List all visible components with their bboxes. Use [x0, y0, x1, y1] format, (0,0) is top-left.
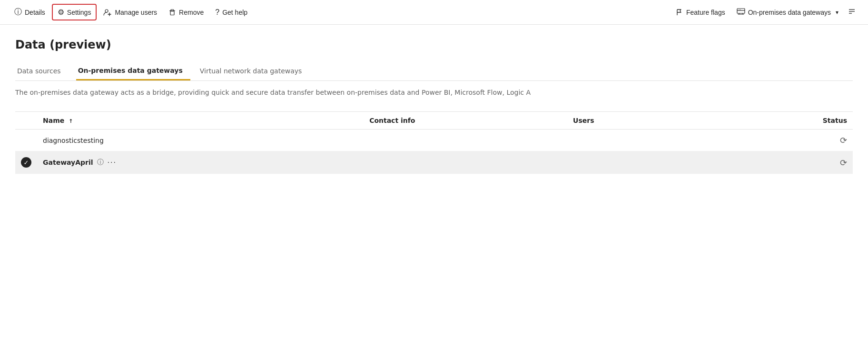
details-label: Details — [25, 9, 45, 16]
row2-status-cell: ⟳ — [730, 151, 853, 174]
details-button[interactable]: ⓘ Details — [10, 4, 50, 20]
settings-button[interactable]: ⚙ Settings — [52, 4, 97, 20]
settings-label: Settings — [67, 9, 91, 16]
row1-check-cell — [15, 130, 37, 151]
col-users-label: Users — [573, 117, 594, 124]
gateway-description: The on-premises data gateway acts as a b… — [15, 89, 853, 96]
row1-status-icon: ⟳ — [840, 135, 847, 145]
trash-icon — [168, 9, 176, 16]
remove-button[interactable]: Remove — [164, 6, 208, 19]
col-name-label: Name — [43, 117, 64, 124]
row1-status-cell: ⟳ — [730, 130, 853, 151]
col-contact-header[interactable]: Contact info — [364, 112, 567, 130]
row2-more-icon[interactable]: ··· — [108, 159, 117, 166]
page-content: Data (preview) Data sources On-premises … — [0, 25, 868, 187]
svg-point-0 — [105, 10, 108, 12]
row2-info-icon[interactable]: ⓘ — [97, 158, 104, 167]
svg-rect-3 — [737, 9, 745, 13]
row1-name-cell: diagnosticstesting — [37, 130, 364, 151]
gateway-icon — [737, 8, 745, 17]
col-status-label: Status — [823, 117, 847, 124]
manage-users-label: Manage users — [115, 9, 157, 16]
help-icon: ? — [215, 8, 219, 17]
get-help-button[interactable]: ? Get help — [210, 5, 252, 20]
on-premises-dropdown-button[interactable]: On-premises data gateways ▾ — [732, 5, 843, 20]
row1-name: diagnosticstesting — [43, 137, 104, 144]
tab-on-premises[interactable]: On-premises data gateways — [76, 63, 190, 80]
sort-arrow-icon: ↑ — [69, 118, 73, 124]
svg-rect-2 — [170, 11, 174, 15]
flag-icon — [676, 9, 683, 16]
row2-name: GatewayApril — [43, 159, 93, 166]
feature-flags-button[interactable]: Feature flags — [671, 6, 730, 19]
manage-users-button[interactable]: Manage users — [99, 5, 162, 20]
get-help-label: Get help — [222, 9, 247, 16]
row1-contact-cell — [364, 130, 567, 151]
more-options-button[interactable] — [845, 5, 858, 20]
tab-data-sources[interactable]: Data sources — [15, 63, 69, 80]
row2-name-container: GatewayApril ⓘ ··· — [43, 158, 358, 167]
row2-contact-cell — [364, 151, 567, 174]
remove-label: Remove — [179, 9, 204, 16]
users-icon — [103, 8, 112, 17]
row2-name-cell: GatewayApril ⓘ ··· — [37, 151, 364, 174]
tab-virtual-network-label: Virtual network data gateways — [200, 67, 302, 75]
toolbar-right: Feature flags On-premises data gateways … — [671, 5, 858, 20]
tab-data-sources-label: Data sources — [17, 67, 61, 75]
gear-icon: ⚙ — [58, 8, 64, 17]
row2-checkmark: ✓ — [21, 157, 31, 168]
tab-virtual-network[interactable]: Virtual network data gateways — [198, 63, 310, 80]
info-icon: ⓘ — [14, 7, 22, 17]
tab-on-premises-label: On-premises data gateways — [78, 67, 183, 74]
feature-flags-label: Feature flags — [686, 9, 725, 16]
gateways-table: Name ↑ Contact info Users Status diagn — [15, 111, 853, 174]
row1-users-cell — [567, 130, 730, 151]
tabs-container: Data sources On-premises data gateways V… — [15, 63, 853, 81]
col-check-header — [15, 112, 37, 130]
table-row[interactable]: ✓ GatewayApril ⓘ ··· ⟳ — [15, 151, 853, 174]
toolbar-left: ⓘ Details ⚙ Settings Manage users — [10, 4, 671, 20]
col-contact-label: Contact info — [369, 117, 415, 124]
row2-check-cell: ✓ — [15, 151, 37, 174]
on-premises-label: On-premises data gateways — [748, 9, 831, 16]
row2-status-icon: ⟳ — [840, 158, 847, 168]
col-status-header[interactable]: Status — [730, 112, 853, 130]
table-row[interactable]: diagnosticstesting ⟳ — [15, 130, 853, 151]
col-name-header[interactable]: Name ↑ — [37, 112, 364, 130]
page-title: Data (preview) — [15, 38, 853, 51]
toolbar: ⓘ Details ⚙ Settings Manage users — [0, 0, 868, 25]
col-users-header[interactable]: Users — [567, 112, 730, 130]
hamburger-icon — [848, 8, 856, 17]
chevron-down-icon: ▾ — [836, 9, 838, 16]
row2-users-cell — [567, 151, 730, 174]
